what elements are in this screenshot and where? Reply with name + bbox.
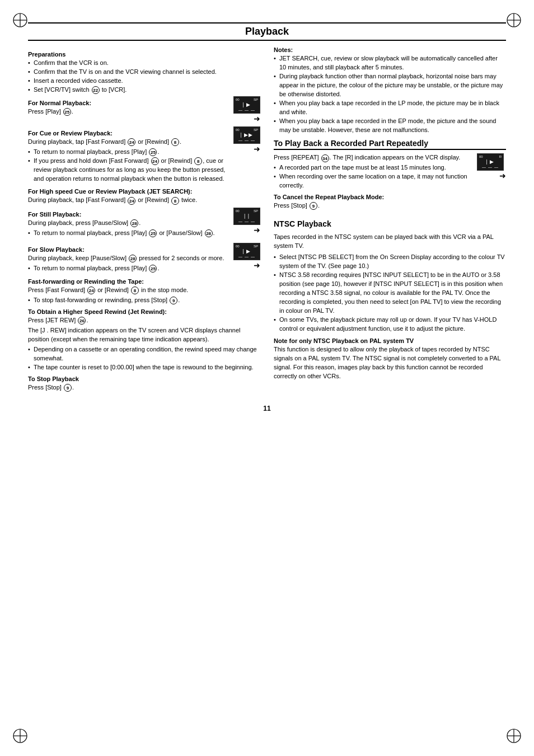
ntsc-note-text: This function is designed to allow only …: [274, 345, 506, 381]
cue-playback-text: For Cue or Review Playback: During playb…: [28, 126, 228, 185]
btn-ff: 24: [128, 138, 135, 146]
list-item: If you press and hold down [Fast Forward…: [28, 157, 228, 184]
slow-vcr-icon: 00SP | ▶ — — — ➜: [231, 243, 260, 270]
repeat-vcr-icon: 00R | ▶ — — — ➜: [477, 153, 506, 180]
btn-pause: 28: [130, 219, 138, 227]
vcr-arrow-slow: ➜: [231, 261, 260, 270]
btn-stop: 9: [170, 297, 177, 304]
slow-playback-row: For Slow Playback: During playback, keep…: [28, 243, 260, 275]
list-item: To stop fast-forwarding or rewinding, pr…: [28, 296, 260, 305]
stop-text: Press [Stop] 9.: [28, 383, 260, 392]
fast-heading: Fast-forwarding or Rewinding the Tape:: [28, 278, 260, 285]
vcr-arrow-repeat: ➜: [477, 171, 506, 180]
content-area: Preparations Confirm that the VCR is on.…: [28, 46, 506, 393]
fast-text1: Press [Fast Forward] 24 or [Rewind] 8 in…: [28, 286, 260, 295]
btn-play3: 25: [149, 229, 157, 237]
notes-list: JET SEARCH, cue, review or slow playback…: [274, 54, 506, 134]
btn-rew3: 8: [171, 197, 179, 205]
btn-rew2: 8: [194, 157, 202, 165]
list-item: Confirm that the VCR is on.: [28, 59, 260, 68]
btn-repeat: 34: [321, 154, 329, 162]
btn-rew: 8: [171, 138, 179, 146]
vcr-display-repeat: 00R | ▶ — — —: [477, 153, 504, 171]
list-item: On some TVs, the playback picture may ro…: [274, 316, 506, 334]
btn-ff2: 24: [151, 157, 159, 165]
btn-stop3: 9: [310, 202, 317, 210]
vcr-display-normal: 00SP | ▶ — — —: [233, 96, 260, 114]
high-speed-heading: For High speed Cue or Review Playback (J…: [28, 188, 260, 195]
vcr-display-cue: 00SP | ▶▶ — — —: [233, 126, 260, 144]
cue-list: To return to normal playback, press [Pla…: [28, 148, 228, 184]
btn-pause2: 28: [205, 229, 213, 237]
repeat-intro: Press [REPEAT] 34. The [R] indication ap…: [274, 153, 472, 162]
btn-play4: 25: [149, 265, 157, 273]
list-item: When recording over the same location on…: [274, 172, 472, 190]
list-item: Select [NTSC PB SELECT] from the On Scre…: [274, 253, 506, 271]
still-playback-row: For Still Playback: During playback, pre…: [28, 208, 260, 240]
cue-vcr-icon: 00SP | ▶▶ — — — ➜: [231, 126, 260, 153]
list-item: A recorded part on the tape must be at l…: [274, 163, 472, 172]
still-text1: During playback, press [Pause/Slow] 28.: [28, 219, 228, 228]
still-playback-text: For Still Playback: During playback, pre…: [28, 208, 228, 240]
repeat-section-title: To Play Back a Recorded Part Repeatedly: [274, 139, 506, 150]
list-item: To return to normal playback, press [Pla…: [28, 264, 228, 273]
page-number: 11: [28, 405, 506, 412]
list-item: To return to normal playback, press [Pla…: [28, 148, 228, 157]
left-column: Preparations Confirm that the VCR is on.…: [28, 46, 260, 393]
list-item: Depending on a cassette or an operating …: [28, 345, 260, 363]
ntsc-intro: Tapes recorded in the NTSC system can be…: [274, 233, 506, 251]
normal-playback-row: For Normal Playback: Press [Play] 25. 00…: [28, 96, 260, 123]
repeat-text: Press [REPEAT] 34. The [R] indication ap…: [274, 153, 472, 212]
jet-heading: To Obtain a Higher Speed Rewind (Jet Rew…: [28, 308, 260, 315]
jet-text: Press [JET REW] 26.: [28, 316, 260, 325]
btn-ff4: 24: [87, 287, 95, 294]
preparations-heading: Preparations: [28, 51, 260, 58]
cue-heading: For Cue or Review Playback:: [28, 130, 228, 137]
vcr-display-slow: 00SP | ▶ — — —: [233, 243, 260, 260]
jet-list: Depending on a cassette or an operating …: [28, 345, 260, 372]
list-item: NTSC 3.58 recording requires [NTSC INPUT…: [274, 271, 506, 316]
list-item: When you play back a tape recorded in th…: [274, 99, 506, 117]
list-item: Insert a recorded video cassette.: [28, 77, 260, 86]
list-item: During playback function other than norm…: [274, 72, 506, 99]
stop-heading: To Stop Playback: [28, 375, 260, 382]
still-heading: For Still Playback:: [28, 211, 228, 218]
cue-playback-row: For Cue or Review Playback: During playb…: [28, 126, 260, 185]
slow-playback-text: For Slow Playback: During playback, keep…: [28, 243, 228, 275]
still-vcr-icon: 00SP | | — — — ➜: [231, 208, 260, 234]
btn-play: 25: [63, 108, 71, 116]
notes-heading: Notes:: [274, 46, 506, 53]
slow-list: To return to normal playback, press [Pla…: [28, 264, 228, 273]
btn-rew4: 8: [131, 287, 139, 294]
vcr-display-still: 00SP | | — — —: [233, 208, 260, 225]
list-item: The tape counter is reset to [0:00.00] w…: [28, 363, 260, 372]
repeat-row: Press [REPEAT] 34. The [R] indication ap…: [274, 153, 506, 212]
repeat-list: A recorded part on the tape must be at l…: [274, 163, 472, 190]
btn-vcr-tv: 22: [92, 86, 100, 94]
vcr-arrow-normal: ➜: [231, 114, 260, 123]
btn-stop2: 9: [64, 384, 72, 392]
fast-list: To stop fast-forwarding or rewinding, pr…: [28, 296, 260, 305]
ntsc-list: Select [NTSC PB SELECT] from the On Scre…: [274, 253, 506, 333]
list-item: Set [VCR/TV] switch 22 to [VCR].: [28, 86, 260, 95]
list-item: When you play back a tape recorded in th…: [274, 117, 506, 135]
btn-jet: 26: [78, 317, 86, 325]
jet-desc: The [J . REW] indication appears on the …: [28, 326, 260, 344]
normal-text: Press [Play] 25.: [28, 107, 228, 116]
slow-heading: For Slow Playback:: [28, 246, 228, 253]
btn-pause3: 28: [129, 255, 137, 262]
slow-text1: During playback, keep [Pause/Slow] 28 pr…: [28, 254, 228, 263]
btn-play2: 25: [149, 148, 157, 156]
list-item: JET SEARCH, cue, review or slow playback…: [274, 54, 506, 72]
normal-playback-text: For Normal Playback: Press [Play] 25.: [28, 96, 228, 118]
repeat-cancel-heading: To Cancel the Repeat Playback Mode:: [274, 194, 472, 200]
repeat-cancel-text: Press [Stop] 9.: [274, 201, 472, 210]
normal-heading: For Normal Playback:: [28, 100, 228, 106]
preparations-list: Confirm that the VCR is on. Confirm that…: [28, 59, 260, 95]
still-list: To return to normal playback, press [Pla…: [28, 229, 228, 238]
page: Playback Preparations Confirm that the V…: [0, 0, 534, 756]
list-item: To return to normal playback, press [Pla…: [28, 229, 228, 238]
page-title: Playback: [245, 26, 289, 37]
title-section: Playback: [28, 22, 506, 41]
vcr-arrow-still: ➜: [231, 226, 260, 234]
